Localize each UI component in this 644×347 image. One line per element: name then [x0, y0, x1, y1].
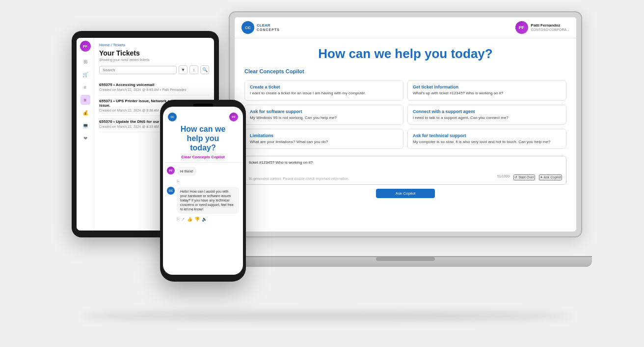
copilot-card-4-title: Limitations [250, 133, 398, 138]
laptop-input-text[interactable]: ticket #12345? Who is working on it? [249, 160, 562, 165]
laptop-main-title: How can we help you today? [244, 46, 566, 61]
page-title: Your Tickets [99, 49, 209, 57]
copilot-card-4[interactable]: Limitations What are your limitations? W… [244, 129, 403, 149]
copilot-card-2-desc: My Windows 95 is not working. Can you he… [250, 116, 398, 120]
copilot-card-3[interactable]: Connect with a support agent I need to t… [407, 105, 566, 125]
search-button[interactable]: 🔍 [200, 65, 209, 74]
laptop-user-name-block: Patti Fernandez CONTOSO CORPORA... [531, 23, 569, 32]
start-over-button[interactable]: ↺ Start Over [513, 174, 535, 180]
breadcrumb: Home / Tickets [99, 43, 209, 47]
laptop-user-avatar: PF [515, 21, 528, 34]
copilot-card-0-desc: I want to create a ticket for an issue I… [250, 91, 398, 96]
phone-header: CC PF How can we help you today? Clear C… [163, 107, 243, 163]
phone-title-line1: How can we [181, 125, 226, 133]
phone-title-line2: help you [187, 134, 219, 143]
laptop-hinge-notch [376, 257, 435, 261]
phone-logo-row: CC PF [168, 113, 238, 121]
copilot-card-1-title: Get ticket information [413, 85, 561, 89]
filter-button[interactable]: ▼ [179, 65, 188, 74]
copilot-card-1-desc: What's up with ticket #12345? Who is wor… [413, 91, 561, 96]
breadcrumb-tickets[interactable]: Tickets [113, 43, 125, 47]
copilot-card-5-title: Ask for technical support [413, 133, 561, 138]
chat-bubble-1: Hello! How can I assist you with your ha… [177, 187, 239, 214]
phone-notch [193, 104, 213, 107]
tablet-sidebar: PF ⊞ 🛒 ≡ ≡ 💰 💻 ❤ [77, 38, 94, 231]
chat-message-0: PF Hi there! [167, 167, 239, 176]
laptop-body: CC CLEAR CONCEPTS PF Patti Fernande [229, 11, 582, 237]
chat-reactions-1: ⎘ ↗ 👍 👎 🔈 [177, 217, 239, 222]
breadcrumb-home[interactable]: Home [99, 43, 109, 47]
copilot-card-3-title: Connect with a support agent [413, 109, 561, 114]
sort-button[interactable]: ↕ [189, 65, 198, 74]
reaction-share[interactable]: ↗ [181, 217, 185, 222]
phone-logo-icon: CC [168, 113, 177, 121]
chat-reactions-0: ⎘ [177, 179, 239, 184]
ask-copilot-inline-button[interactable]: ✦ Ask Copilot [539, 174, 562, 180]
phone-chat-area: PF Hi there! ⎘ CC Hello! How can I assis… [163, 163, 243, 275]
phone-screen: CC PF How can we help you today? Clear C… [163, 107, 243, 275]
tablet-subtitle: Showing your most recent tickets [99, 58, 209, 61]
copilot-cards-grid: Create a ticket I want to create a ticke… [244, 80, 566, 149]
laptop-base [219, 256, 592, 267]
laptop-input-footer: AI-generated content. Please double-chec… [249, 174, 562, 180]
reaction-audio[interactable]: 🔈 [202, 217, 207, 222]
laptop-logo: CC CLEAR CONCEPTS [242, 21, 280, 34]
sidebar-item-list1[interactable]: ≡ [80, 82, 90, 92]
logo-line2: CONCEPTS [257, 28, 280, 32]
copilot-card-0-title: Create a ticket [250, 85, 398, 89]
copilot-card-0[interactable]: Create a ticket I want to create a ticke… [244, 80, 403, 100]
phone-user-avatar: PF [229, 113, 238, 121]
sidebar-item-devices[interactable]: 💻 [80, 120, 90, 130]
sidebar-item-billing[interactable]: 💰 [80, 108, 90, 117]
input-disclaimer: AI-generated content. Please double-chec… [249, 177, 349, 180]
search-row: ▼ ↕ 🔍 [99, 65, 209, 74]
chat-bubble-0: Hi there! [177, 167, 196, 176]
laptop-user-name: Patti Fernandez [531, 23, 569, 28]
laptop-main: How can we help you today? Clear Concept… [235, 38, 576, 231]
clear-concepts-logo-icon: CC [242, 21, 254, 34]
laptop-content: CC CLEAR CONCEPTS PF Patti Fernande [235, 17, 576, 231]
laptop-input-area[interactable]: ticket #12345? Who is working on it? AI-… [244, 156, 566, 185]
sidebar-item-shopping[interactable]: 🛒 [80, 69, 90, 79]
copilot-card-4-desc: What are your limitations? What can you … [250, 140, 398, 145]
ticket-item-0[interactable]: 655375 • Accessing voicemail Created on … [99, 79, 209, 95]
laptop-copilot-label: Clear Concepts Copilot [244, 68, 566, 74]
phone-device: CC PF How can we help you today? Clear C… [160, 100, 246, 282]
reaction-copy2[interactable]: ⎘ [177, 217, 179, 222]
copilot-card-2[interactable]: Ask for software support My Windows 95 i… [244, 105, 403, 125]
copilot-card-3-desc: I need to talk to a support agent. Can y… [413, 116, 561, 120]
laptop-header: CC CLEAR CONCEPTS PF Patti Fernande [235, 17, 576, 38]
chat-message-1: CC Hello! How can I assist you with your… [167, 187, 239, 214]
chat-user-avatar-0: PF [167, 167, 175, 174]
device-shadow [81, 311, 572, 321]
reaction-thumbup[interactable]: 👍 [187, 217, 192, 222]
phone-title: How can we help you today? [168, 124, 238, 153]
tablet-user-avatar: PF [80, 41, 91, 52]
sidebar-item-tickets[interactable]: ≡ [80, 95, 90, 105]
laptop-screen: CC CLEAR CONCEPTS PF Patti Fernande [235, 17, 576, 231]
input-actions: 51/1000 ↺ Start Over ✦ Ask Copilot [497, 174, 562, 180]
phone-title-line3: today? [190, 144, 215, 152]
copilot-card-2-title: Ask for software support [250, 109, 398, 114]
search-input[interactable] [99, 66, 177, 74]
sidebar-item-grid[interactable]: ⊞ [80, 57, 90, 66]
char-count: 51/1000 [497, 174, 510, 180]
laptop-device: CC CLEAR CONCEPTS PF Patti Fernande [229, 11, 592, 267]
scene: CC CLEAR CONCEPTS PF Patti Fernande [52, 11, 592, 336]
ticket-0-title: 655375 • Accessing voicemail [99, 83, 209, 87]
laptop-send-button[interactable]: Ask Copilot [376, 189, 435, 198]
laptop-user-company: CONTOSO CORPORA... [531, 28, 569, 32]
ticket-0-meta: Created on March 22, 2024 @ 8:43 AM • Pa… [99, 88, 209, 91]
phone-copilot-label: Clear Concepts Copilot [168, 155, 238, 159]
copilot-card-5[interactable]: Ask for technical support My computer is… [407, 129, 566, 149]
phone-body: CC PF How can we help you today? Clear C… [160, 100, 246, 282]
clear-concepts-logo-text: CLEAR CONCEPTS [257, 24, 280, 31]
chat-bot-avatar-1: CC [167, 187, 175, 195]
sidebar-item-favorites[interactable]: ❤ [80, 133, 90, 143]
logo-line1: CLEAR [257, 24, 280, 28]
copilot-card-1[interactable]: Get ticket information What's up with ti… [407, 80, 566, 100]
laptop-user-info: PF Patti Fernandez CONTOSO CORPORA... [515, 21, 569, 34]
reaction-thumbdown[interactable]: 👎 [194, 217, 200, 222]
copilot-card-5-desc: My computer is so slow. It is also very … [413, 140, 561, 145]
reaction-copy[interactable]: ⎘ [177, 179, 179, 184]
